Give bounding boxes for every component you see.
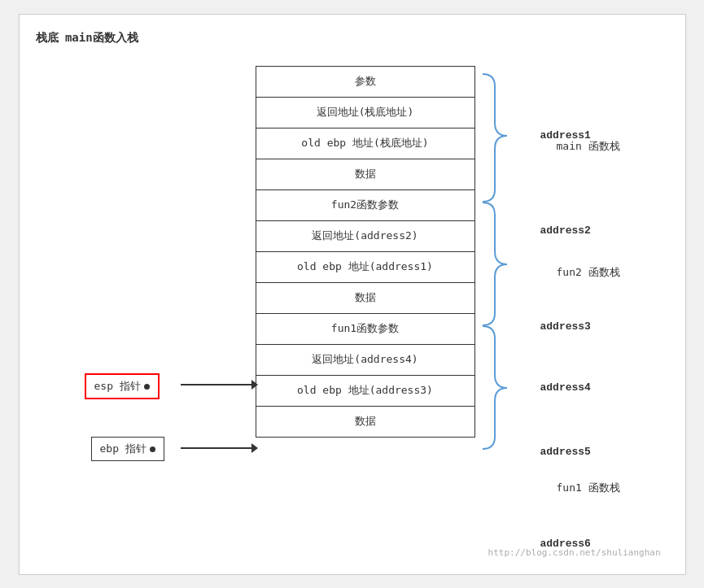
- table-row: 数据: [256, 282, 474, 313]
- table-row: 数据: [256, 406, 474, 437]
- stack-cell-10: old ebp 地址(address3): [256, 375, 474, 406]
- esp-label: esp 指针: [94, 380, 141, 392]
- stack-cell-4: fun2函数参数: [256, 189, 474, 220]
- stack-cell-6: old ebp 地址(address1): [256, 251, 474, 282]
- fun2-stack-label: fun2 函数栈: [557, 265, 620, 280]
- esp-dot: [144, 384, 150, 390]
- stack-cell-9: 返回地址(address4): [256, 344, 474, 375]
- ebp-dot: [150, 446, 155, 452]
- table-row: fun1函数参数: [256, 313, 474, 344]
- table-row: old ebp 地址(address3): [256, 375, 474, 406]
- esp-arrow-line: [181, 384, 254, 385]
- watermark: http://blog.csdn.net/shulianghan: [488, 547, 661, 558]
- table-row: fun2函数参数: [256, 189, 474, 220]
- stack-cell-5: 返回地址(address2): [256, 220, 474, 251]
- stack-cell-8: fun1函数参数: [256, 313, 474, 344]
- braces-svg: [479, 66, 544, 570]
- stack-cell-7: 数据: [256, 282, 474, 313]
- ebp-label: ebp 指针: [100, 442, 146, 455]
- page-title: 栈底 main函数入栈: [36, 31, 669, 46]
- fun1-stack-label: fun1 函数栈: [557, 481, 620, 495]
- address5-label: address5: [540, 446, 591, 458]
- main-stack-label: main 函数栈: [557, 139, 620, 154]
- table-row: 参数: [256, 66, 474, 97]
- stack-cell-2: old ebp 地址(栈底地址): [256, 128, 474, 159]
- stack-cell-11: 数据: [256, 406, 474, 437]
- table-row: old ebp 地址(address1): [256, 251, 474, 282]
- stack-cell-1: 返回地址(栈底地址): [256, 97, 474, 128]
- esp-pointer-box: esp 指针: [85, 373, 160, 399]
- ebp-pointer-box: ebp 指针: [91, 437, 164, 461]
- address3-label: address3: [540, 320, 591, 333]
- table-row: 返回地址(address4): [256, 344, 474, 375]
- stack-table: 参数返回地址(栈底地址)old ebp 地址(栈底地址)数据fun2函数参数返回…: [256, 66, 475, 438]
- ebp-arrow-line: [181, 447, 254, 449]
- table-row: 返回地址(栈底地址): [256, 97, 474, 128]
- table-row: 数据: [256, 159, 474, 189]
- table-row: 返回地址(address2): [256, 220, 474, 251]
- table-row: old ebp 地址(栈底地址): [256, 128, 474, 159]
- stack-cell-0: 参数: [256, 66, 474, 97]
- ebp-arrow-head: [251, 443, 258, 453]
- main-container: 栈底 main函数入栈 参数返回地址(栈底地址)old ebp 地址(栈底地址)…: [19, 14, 686, 575]
- stack-cell-3: 数据: [256, 159, 474, 189]
- address4-label: address4: [540, 381, 591, 394]
- esp-arrow-head: [251, 380, 258, 390]
- address2-label: address2: [540, 224, 591, 237]
- diagram-area: 参数返回地址(栈底地址)old ebp 地址(栈底地址)数据fun2函数参数返回…: [36, 58, 669, 562]
